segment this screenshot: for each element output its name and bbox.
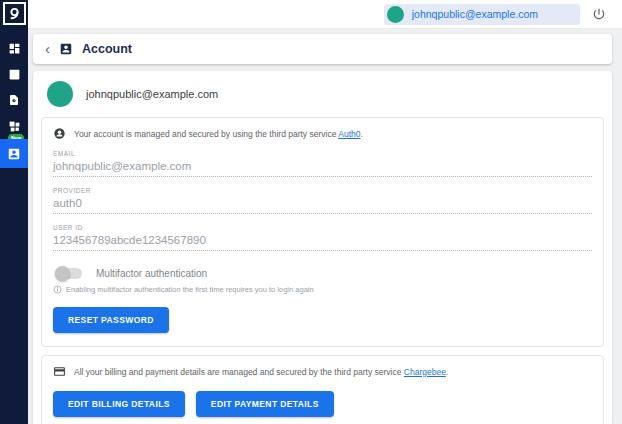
billing-notice-suffix: .: [446, 367, 448, 377]
billing-notice-text: All your billing and payment details are…: [74, 367, 448, 377]
auth-section: Your account is managed and secured by u…: [41, 117, 604, 347]
auth-notice: Your account is managed and secured by u…: [53, 127, 592, 140]
user-id-value: 123456789abcde1234567890: [53, 231, 592, 251]
billing-buttons: EDIT BILLING DETAILS EDIT PAYMENT DETAIL…: [53, 391, 592, 417]
sidebar-item-account[interactable]: [0, 139, 28, 168]
user-avatar: [387, 6, 404, 23]
account-card: johnqpublic@example.com Your account is …: [33, 71, 612, 424]
mfa-info-row: Enabling multifactor authentication the …: [53, 285, 592, 294]
info-icon: [53, 285, 62, 294]
auth-notice-suffix: .: [361, 129, 363, 139]
profile-avatar: [47, 81, 73, 107]
account-icon: [7, 147, 21, 161]
auth-notice-prefix: Your account is managed and secured by u…: [74, 129, 338, 139]
mfa-toggle-knob: [55, 266, 70, 281]
reset-password-button[interactable]: RESET PASSWORD: [53, 307, 169, 333]
email-value: johnqpublic@example.com: [53, 157, 592, 177]
edit-billing-details-button[interactable]: EDIT BILLING DETAILS: [53, 391, 185, 417]
provider-value: auth0: [53, 194, 592, 214]
sidebar-item-documents[interactable]: [0, 87, 28, 113]
edit-payment-details-button[interactable]: EDIT PAYMENT DETAILS: [196, 391, 334, 417]
credit-card-icon: [53, 365, 66, 378]
reset-row: RESET PASSWORD: [53, 307, 592, 333]
sidebar: New: [0, 0, 28, 424]
apps-icon: [8, 120, 21, 133]
mfa-toggle-row: Multifactor authentication: [53, 268, 592, 279]
main-content: ‹ Account johnqpublic@example.com Your a…: [28, 29, 622, 424]
billing-section: All your billing and payment details are…: [41, 355, 604, 424]
sidebar-item-dashboard[interactable]: [0, 35, 28, 61]
page-title-bar: ‹ Account: [33, 34, 612, 64]
chargebee-link[interactable]: Chargebee: [404, 367, 446, 377]
mfa-toggle[interactable]: [55, 268, 82, 279]
mfa-info-text: Enabling multifactor authentication the …: [66, 285, 314, 294]
topbar: johnqpublic@example.com: [28, 0, 622, 29]
dashboard-icon: [8, 42, 21, 55]
user-menu-chip[interactable]: johnqpublic@example.com: [384, 4, 580, 25]
email-field: EMAIL johnqpublic@example.com: [53, 150, 592, 177]
provider-field: PROVIDER auth0: [53, 187, 592, 214]
page-title: Account: [82, 42, 132, 56]
auth-notice-text: Your account is managed and secured by u…: [74, 129, 363, 139]
sidebar-item-media[interactable]: [0, 61, 28, 87]
account-title-icon: [59, 42, 73, 56]
profile-row: johnqpublic@example.com: [41, 79, 604, 117]
auth0-user-icon: [53, 127, 66, 140]
logo-glyph: [7, 6, 22, 21]
billing-notice: All your billing and payment details are…: [53, 365, 592, 378]
user-email: johnqpublic@example.com: [412, 8, 538, 20]
auth0-link[interactable]: Auth0: [338, 129, 360, 139]
media-square-icon: [8, 68, 21, 81]
document-icon: [8, 93, 20, 107]
back-button[interactable]: ‹: [45, 41, 50, 56]
billing-notice-prefix: All your billing and payment details are…: [74, 367, 404, 377]
app-logo[interactable]: [3, 2, 26, 25]
profile-email: johnqpublic@example.com: [86, 88, 218, 100]
user-id-field: USER ID 123456789abcde1234567890: [53, 224, 592, 251]
logout-button[interactable]: [592, 6, 608, 22]
email-label: EMAIL: [53, 150, 592, 157]
mfa-label: Multifactor authentication: [96, 268, 207, 279]
user-id-label: USER ID: [53, 224, 592, 231]
sidebar-item-apps[interactable]: New: [0, 113, 28, 139]
power-icon: [592, 7, 606, 21]
provider-label: PROVIDER: [53, 187, 592, 194]
